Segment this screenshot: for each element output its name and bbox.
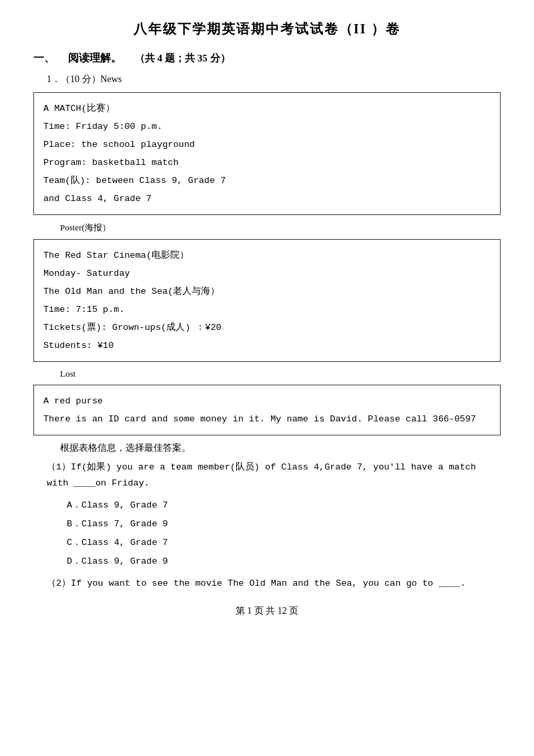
cinema-line4: Time: 7:15 p.m. bbox=[43, 301, 491, 319]
section-name: 阅读理解。 bbox=[68, 51, 121, 65]
poster-line1: A MATCH(比赛） bbox=[43, 100, 491, 118]
q1-option-b: B．Class 7, Grade 9 bbox=[67, 516, 501, 532]
q1-text: （1）If(如果) you are a team member(队员) of C… bbox=[47, 459, 501, 492]
cinema-line6: Students: ¥10 bbox=[43, 337, 491, 355]
cinema-line3: The Old Man and the Sea(老人与海） bbox=[43, 282, 491, 301]
section-header: 一、 阅读理解。 （共 4 题；共 35 分） bbox=[33, 51, 501, 65]
cinema-box: The Red Star Cinema(电影院） Monday- Saturda… bbox=[33, 239, 501, 362]
lost-line2: There is an ID card and some money in it… bbox=[43, 410, 491, 428]
poster-line3: Place: the school playground bbox=[43, 136, 491, 154]
page-title: 八年级下学期英语期中考试试卷（II ）卷 bbox=[33, 20, 501, 38]
lost-line1: A red purse bbox=[43, 392, 491, 410]
cinema-line5: Tickets(票): Grown-ups(成人) ：¥20 bbox=[43, 319, 491, 337]
q2-text: （2）If you want to see the movie The Old … bbox=[47, 576, 501, 592]
q1-option-d: D．Class 9, Grade 9 bbox=[67, 554, 501, 570]
question1-label: 1．（10 分）News bbox=[47, 73, 501, 85]
poster-line2: Time: Friday 5:00 p.m. bbox=[43, 118, 491, 136]
cinema-line1: The Red Star Cinema(电影院） bbox=[43, 246, 491, 264]
poster-line6: and Class 4, Grade 7 bbox=[43, 190, 491, 208]
lost-label: Lost bbox=[60, 369, 501, 379]
poster-line5: Team(队): between Class 9, Grade 7 bbox=[43, 172, 491, 190]
poster-box: A MATCH(比赛） Time: Friday 5:00 p.m. Place… bbox=[33, 92, 501, 215]
poster-line4: Program: basketball match bbox=[43, 154, 491, 172]
section-meta: （共 4 题；共 35 分） bbox=[135, 52, 230, 65]
q1-option-c: C．Class 4, Grade 7 bbox=[67, 535, 501, 551]
section-label: 一、 bbox=[33, 51, 55, 65]
page-footer: 第 1 页 共 12 页 bbox=[33, 605, 501, 617]
instruction-text: 根据表格信息，选择最佳答案。 bbox=[60, 442, 501, 454]
cinema-line2: Monday- Saturday bbox=[43, 264, 491, 282]
q1-option-a: A．Class 9, Grade 7 bbox=[67, 498, 501, 514]
lost-box: A red purse There is an ID card and some… bbox=[33, 385, 501, 435]
poster-label: Poster(海报） bbox=[60, 222, 501, 234]
